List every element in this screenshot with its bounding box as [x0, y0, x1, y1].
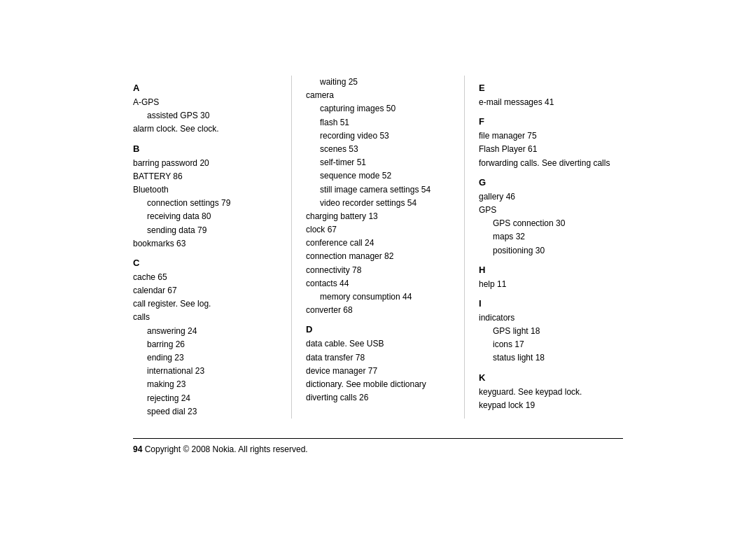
index-entry: barring 26: [133, 338, 277, 351]
index-entry: charging battery 13: [306, 210, 450, 223]
index-entry: data cable. See USB: [306, 337, 450, 351]
index-entry: ending 23: [133, 351, 277, 365]
index-entry: calendar 67: [133, 284, 277, 297]
index-entry: calls: [133, 311, 277, 324]
index-entry: connection manager 82: [306, 250, 450, 263]
index-entry: capturing images 50: [306, 102, 450, 115]
section-letter-g: G: [479, 177, 623, 188]
index-entry: speed dial 23: [133, 405, 277, 419]
index-entry: data transfer 78: [306, 351, 450, 365]
index-entry: video recorder settings 54: [306, 197, 450, 210]
index-entry: file manager 75: [479, 129, 623, 143]
column-1: AA-GPSassisted GPS 30alarm clock. See cl…: [133, 76, 292, 419]
section-letter-a: A: [133, 83, 277, 93]
index-entry: answering 24: [133, 325, 277, 338]
section-letter-k: K: [479, 372, 623, 383]
index-entry: camera: [306, 89, 450, 102]
index-entry: contacts 44: [306, 277, 450, 290]
section-letter-i: I: [479, 298, 623, 309]
index-entry: indicators: [479, 311, 623, 325]
index-entry: flash 51: [306, 116, 450, 129]
index-entry: waiting 25: [306, 76, 450, 89]
copyright: Copyright © 2008 Nokia. All rights reser…: [145, 444, 308, 454]
index-entry: keyguard. See keypad lock.: [479, 386, 623, 399]
index-entry: self-timer 51: [306, 156, 450, 169]
index-entry: Flash Player 61: [479, 143, 623, 156]
index-entry: diverting calls 26: [306, 391, 450, 405]
column-2: waiting 25cameracapturing images 50flash…: [292, 76, 465, 419]
index-entry: receiving data 80: [133, 210, 277, 223]
column-3: Ee-mail messages 41Ffile manager 75Flash…: [465, 76, 623, 419]
index-entry: clock 67: [306, 223, 450, 237]
index-entry: Bluetooth: [133, 183, 277, 197]
section-letter-d: D: [306, 324, 450, 335]
index-entry: still image camera settings 54: [306, 183, 450, 197]
index-entry: device manager 77: [306, 365, 450, 378]
index-entry: connection settings 79: [133, 197, 277, 210]
index-entry: international 23: [133, 365, 277, 378]
index-entry: scenes 53: [306, 143, 450, 156]
index-entry: status light 18: [479, 351, 623, 365]
page-number: 94: [133, 444, 142, 454]
index-entry: call register. See log.: [133, 297, 277, 311]
index-entry: forwarding calls. See diverting calls: [479, 157, 623, 170]
index-entry: GPS: [479, 204, 623, 217]
index-entry: recording video 53: [306, 129, 450, 143]
index-entry: icons 17: [479, 338, 623, 351]
section-letter-b: B: [133, 143, 277, 154]
index-entry: positioning 30: [479, 244, 623, 258]
index-entry: GPS light 18: [479, 325, 623, 338]
section-letter-e: E: [479, 83, 623, 93]
index-columns: AA-GPSassisted GPS 30alarm clock. See cl…: [133, 76, 623, 419]
index-entry: converter 68: [306, 304, 450, 317]
index-entry: maps 32: [479, 230, 623, 244]
section-letter-c: C: [133, 258, 277, 268]
index-entry: making 23: [133, 378, 277, 391]
index-entry: bookmarks 63: [133, 237, 277, 251]
index-entry: keypad lock 19: [479, 399, 623, 412]
index-entry: memory consumption 44: [306, 290, 450, 304]
index-entry: conference call 24: [306, 237, 450, 250]
page: AA-GPSassisted GPS 30alarm clock. See cl…: [105, 0, 651, 496]
index-entry: dictionary. See mobile dictionary: [306, 378, 450, 391]
index-entry: assisted GPS 30: [133, 109, 277, 122]
index-entry: alarm clock. See clock.: [133, 122, 277, 136]
footer: 94 Copyright © 2008 Nokia. All rights re…: [133, 438, 623, 454]
index-entry: gallery 46: [479, 190, 623, 204]
section-letter-h: H: [479, 265, 623, 275]
index-entry: GPS connection 30: [479, 217, 623, 230]
index-entry: A-GPS: [133, 96, 277, 109]
index-entry: barring password 20: [133, 157, 277, 170]
index-entry: cache 65: [133, 271, 277, 284]
index-entry: help 11: [479, 278, 623, 291]
index-entry: BATTERY 86: [133, 170, 277, 183]
index-entry: e-mail messages 41: [479, 96, 623, 109]
section-letter-f: F: [479, 116, 623, 127]
index-entry: sequence mode 52: [306, 169, 450, 183]
index-entry: sending data 79: [133, 224, 277, 237]
index-entry: rejecting 24: [133, 392, 277, 405]
index-entry: connectivity 78: [306, 264, 450, 277]
